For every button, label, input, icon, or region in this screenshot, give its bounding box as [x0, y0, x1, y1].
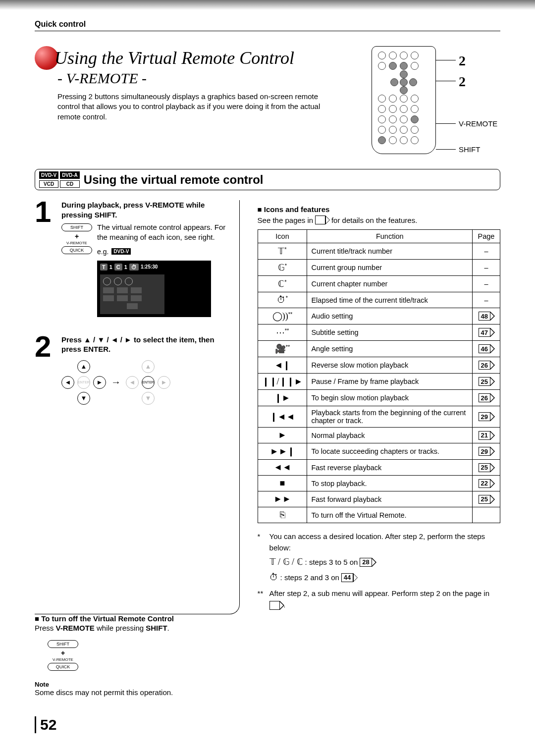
- page-subtitle: - V-REMOTE -: [57, 70, 362, 87]
- intro-text: Pressing 2 buttons simultaneously displa…: [57, 92, 325, 122]
- table-row: ⋯**Subtitle setting47: [258, 324, 500, 341]
- table-row: ❙◄◄Playback starts from the beginning of…: [258, 406, 500, 428]
- see-pages-text: See the pages in for details on the feat…: [258, 216, 500, 224]
- dpad-figure: ▲ ▼ ◄ ► ENTER → ▲ ▼ ◄ ► ENTER: [61, 360, 227, 405]
- page-number: 52: [35, 716, 500, 733]
- step-1-title: During playback, press V-REMOTE while pr…: [61, 200, 227, 219]
- turnoff-text: Press V-REMOTE while pressing SHIFT.: [35, 623, 240, 633]
- footnote-1-marker: *: [258, 531, 267, 584]
- table-row: 𝔾*Current group number–: [258, 260, 500, 276]
- table-row: ⏱*Elapsed time of the current title/trac…: [258, 292, 500, 308]
- table-row: ⎘To turn off the Virtual Remote.: [258, 507, 500, 523]
- breadcrumb: Quick control: [35, 20, 500, 31]
- step-2-number: 2: [35, 335, 56, 411]
- section-title: Using the virtual remote control: [84, 173, 264, 187]
- table-row: ❙❙/❙❙►Pause / Frame by frame playback25: [258, 374, 500, 390]
- step-1-side-buttons: SHIFT + V-REMOTE QUICK: [61, 222, 92, 325]
- footnote-2-marker: **: [258, 588, 267, 610]
- note-label: Note: [35, 681, 240, 688]
- step-1-desc: The virtual remote control appears. For …: [97, 222, 227, 243]
- features-table: Icon Function Page 𝕋*Current title/track…: [258, 229, 500, 523]
- turnoff-side-buttons: SHIFT + V-REMOTE QUICK: [48, 640, 78, 671]
- footnote-1-text: You can access a desired location. After…: [269, 531, 500, 553]
- callout-vremote: V-REMOTE: [459, 119, 497, 128]
- icons-features-head: Icons and features: [258, 205, 500, 214]
- step-2-title: Press ▲ / ▼ / ◄ / ► to select the item, …: [61, 335, 227, 354]
- table-row: ■To stop playback.22: [258, 476, 500, 491]
- badge-dvdv: DVD-V: [39, 171, 58, 179]
- table-row: ℂ*Current chapter number–: [258, 276, 500, 292]
- footnote-2-text: After step 2, a sub menu will appear. Pe…: [269, 588, 500, 610]
- eg-label: e.g.: [97, 248, 108, 256]
- table-row: ◄◄Fast reverse playback25: [258, 460, 500, 476]
- badge-vcd: VCD: [39, 180, 58, 188]
- remote-diagram: 2 2 V-REMOTE SHIFT: [372, 46, 500, 154]
- section-header: DVD-V DVD-A VCD CD Using the virtual rem…: [35, 169, 500, 190]
- callout-shift: SHIFT: [459, 145, 480, 154]
- table-row: ►►Fast forward playback25: [258, 491, 500, 507]
- callout-number-1: 2: [459, 53, 466, 69]
- turnoff-head: To turn off the Virtual Remote Control: [35, 614, 240, 623]
- table-row: ►Normal playback21: [258, 428, 500, 443]
- badge-cd: CD: [60, 180, 80, 188]
- table-row: 𝕋*Current title/track number–: [258, 243, 500, 260]
- table-row: ◄❙Reverse slow motion playback26: [258, 357, 500, 374]
- table-row: 🎥**Angle setting46: [258, 341, 500, 357]
- page-title: Using the Virtual Remote Control: [54, 48, 294, 68]
- callout-number-2: 2: [459, 74, 466, 90]
- step-1-number: 1: [35, 200, 56, 325]
- note-text: Some discs may not permit this operation…: [35, 688, 240, 697]
- badge-dvda: DVD-A: [60, 171, 80, 179]
- table-row: ❙►To begin slow motion playback26: [258, 390, 500, 406]
- table-row: ►►❙To locate succeeding chapters or trac…: [258, 443, 500, 460]
- eg-badge: DVD-V: [111, 248, 131, 255]
- table-row: ◯))**Audio setting48: [258, 308, 500, 324]
- osd-preview: T 1 C 1 ⏱ 1:25:30: [97, 261, 211, 317]
